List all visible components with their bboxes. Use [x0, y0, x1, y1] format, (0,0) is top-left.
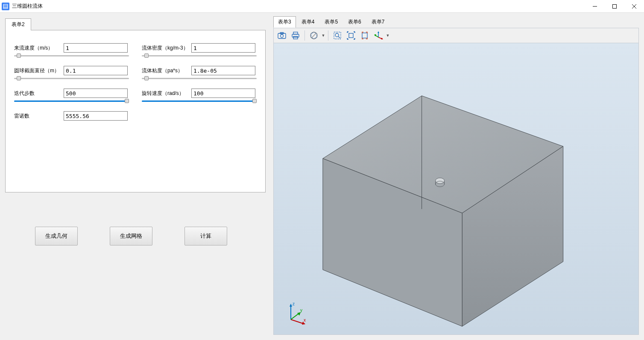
slider-rotation[interactable]	[142, 101, 257, 102]
3d-viewport[interactable]: z x y	[273, 43, 639, 335]
svg-rect-20	[362, 33, 367, 38]
orientation-axes: z x y	[282, 300, 308, 326]
axes-dropdown[interactable]: ▼	[386, 29, 390, 42]
axis-x-label: x	[304, 318, 306, 322]
toolbar-separator	[328, 30, 328, 41]
close-button[interactable]	[624, 0, 644, 13]
svg-point-17	[335, 33, 339, 37]
axes-icon	[374, 31, 383, 40]
viewport-tabs: 表单3 表单4 表单5 表单6 表单7	[273, 16, 639, 28]
tab-form2[interactable]: 表单2	[5, 18, 31, 30]
axis-y-label: y	[300, 308, 302, 313]
slider-diameter[interactable]	[14, 78, 129, 79]
slider-density[interactable]	[142, 55, 257, 56]
no-transparency-icon	[310, 31, 318, 40]
close-icon	[632, 4, 636, 9]
zoom-box-button[interactable]	[331, 29, 344, 42]
tab-form5[interactable]: 表单5	[320, 16, 342, 28]
tab-form6[interactable]: 表单6	[343, 16, 366, 28]
axes-orientation-button[interactable]	[372, 29, 385, 42]
svg-rect-4	[613, 4, 617, 8]
titlebar: 三维圆柱流体	[0, 0, 644, 13]
svg-marker-22	[378, 31, 379, 33]
svg-line-18	[338, 36, 340, 38]
svg-line-15	[311, 33, 316, 38]
input-velocity[interactable]	[64, 43, 128, 53]
right-pane: 表单3 表单4 表单5 表单6 表单7 ▼	[273, 13, 644, 340]
maximize-button[interactable]	[605, 0, 624, 13]
tab-form3[interactable]: 表单3	[273, 16, 296, 28]
input-reynolds[interactable]	[64, 111, 128, 121]
svg-point-32	[436, 178, 445, 183]
screenshot-button[interactable]	[275, 29, 288, 42]
generate-mesh-button[interactable]: 生成网格	[110, 227, 152, 245]
minimize-icon	[593, 4, 597, 9]
geometry-render	[274, 43, 638, 334]
slider-velocity[interactable]	[14, 55, 129, 56]
svg-point-9	[281, 35, 284, 38]
zoom-selected-button[interactable]	[358, 29, 371, 42]
window-title: 三维圆柱流体	[12, 3, 43, 10]
slider-iterations[interactable]	[14, 101, 129, 102]
input-iterations[interactable]	[64, 89, 128, 98]
tab-form4[interactable]: 表单4	[297, 16, 319, 28]
label-rotation: 旋转速度（rad/s）	[142, 90, 189, 97]
label-viscosity: 流体粘度（pa*s）	[142, 67, 189, 74]
svg-rect-19	[349, 33, 353, 38]
svg-marker-37	[290, 304, 292, 307]
viewport-toolbar: ▼ ▼	[273, 28, 639, 43]
tab-form7[interactable]: 表单7	[367, 16, 389, 28]
print-button[interactable]	[289, 29, 302, 42]
camera-icon	[278, 32, 286, 39]
label-iterations: 迭代步数	[14, 90, 61, 97]
zoom-extents-button[interactable]	[345, 29, 357, 42]
zoom-extents-icon	[347, 31, 355, 40]
label-diameter: 圆球截面直径（m）	[14, 67, 61, 74]
transparency-button[interactable]	[307, 29, 320, 42]
minimize-button[interactable]	[585, 0, 605, 13]
left-pane: 表单2 来流速度（m/s） 流体密度（kg/m-3）	[0, 13, 273, 340]
label-velocity: 来流速度（m/s）	[14, 44, 61, 52]
toolbar-separator	[304, 30, 305, 41]
printer-icon	[291, 32, 300, 39]
form-panel: 来流速度（m/s） 流体密度（kg/m-3）	[5, 30, 266, 192]
svg-rect-0	[3, 4, 8, 9]
compute-button[interactable]: 计算	[184, 227, 227, 245]
generate-geometry-button[interactable]: 生成几何	[35, 227, 78, 245]
zoom-selected-icon	[360, 31, 369, 40]
zoom-box-icon	[333, 31, 342, 40]
axis-z-label: z	[293, 302, 295, 306]
label-density: 流体密度（kg/m-3）	[142, 44, 189, 52]
app-icon	[2, 3, 9, 10]
slider-viscosity[interactable]	[142, 78, 257, 79]
label-reynolds: 雷诺数	[14, 112, 61, 120]
input-diameter[interactable]	[64, 66, 128, 75]
transparency-dropdown[interactable]: ▼	[321, 29, 325, 42]
svg-rect-12	[293, 36, 298, 39]
maximize-icon	[612, 4, 617, 9]
input-viscosity[interactable]	[191, 66, 255, 75]
input-density[interactable]	[191, 43, 255, 53]
svg-rect-7	[278, 33, 286, 38]
svg-rect-11	[293, 32, 298, 34]
input-rotation[interactable]	[191, 89, 255, 98]
svg-line-38	[291, 319, 304, 324]
